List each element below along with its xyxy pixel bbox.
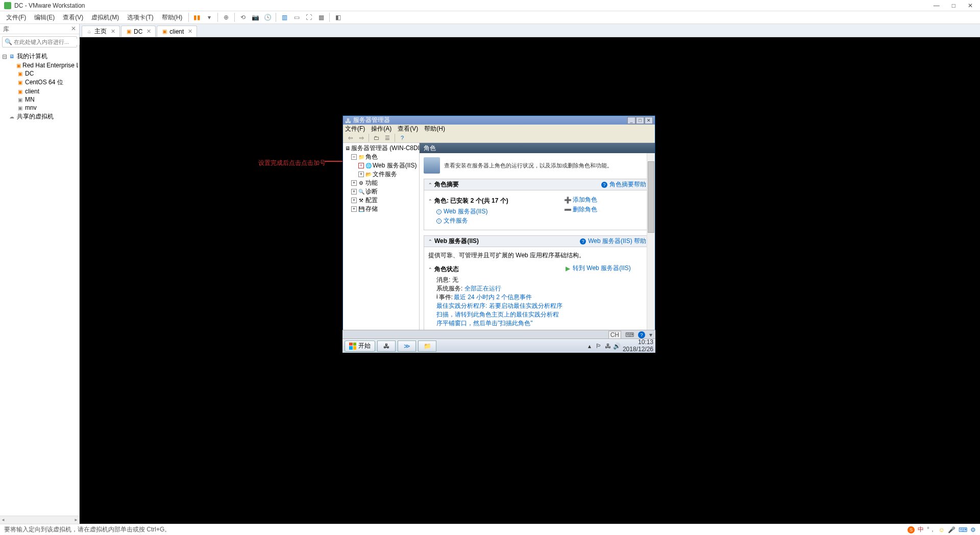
help-tray-icon[interactable]: ?: [638, 331, 645, 338]
taskbar-item-explorer[interactable]: 📁: [418, 341, 436, 352]
tab-close-button[interactable]: ✕: [188, 28, 192, 35]
snapshot-button[interactable]: ⟲: [237, 12, 249, 22]
tree-item-redhat[interactable]: ▣ Red Hat Enterprise L: [1, 61, 78, 69]
chevron-up-icon[interactable]: ⌃: [428, 199, 432, 204]
expand-icon[interactable]: +: [351, 198, 357, 203]
expand-icon[interactable]: +: [351, 206, 357, 212]
role-item-web-iis[interactable]: iWeb 服务器(IIS): [436, 207, 565, 216]
tree-item-centos[interactable]: ▣ CentOS 64 位: [1, 78, 78, 87]
sm-tree-filesvc[interactable]: + 📂 文件服务: [344, 170, 418, 179]
properties-button[interactable]: ☰: [382, 133, 393, 142]
role-item-file-service[interactable]: i文件服务: [436, 216, 565, 225]
lang-indicator[interactable]: CH: [608, 331, 621, 339]
sm-menu-action[interactable]: 操作(A): [371, 125, 391, 133]
menu-file[interactable]: 文件(F): [2, 13, 30, 22]
bp-link[interactable]: 最佳实践分析程序: 若要启动最佳实践分析程序扫描，请转到此角色主页上的最佳实践分…: [436, 302, 565, 328]
event-link[interactable]: 最近 24 小时内 2 个信息事件: [454, 293, 532, 302]
library-search[interactable]: 🔍 ▾: [2, 36, 77, 47]
sm-maximize-button[interactable]: □: [636, 117, 644, 124]
search-input[interactable]: [14, 39, 84, 45]
sm-tree-webiis[interactable]: + 🌐 Web 服务器(IIS): [344, 161, 418, 170]
web-help-link[interactable]: ?Web 服务器(IIS) 帮助: [580, 237, 646, 246]
taskbar-item-powershell[interactable]: ≫: [398, 341, 416, 352]
tree-root-shared[interactable]: ⊟ ☁ 共享的虚拟机: [1, 112, 78, 121]
sm-tree-config[interactable]: + ⚒ 配置: [344, 196, 418, 205]
sm-close-button[interactable]: ✕: [645, 117, 653, 124]
sm-menu-help[interactable]: 帮助(H): [424, 125, 445, 133]
tree-item-client[interactable]: ▣ client: [1, 87, 78, 95]
sm-tree-diagnostics[interactable]: + 🔍 诊断: [344, 187, 418, 196]
keyboard-icon[interactable]: ⌨: [625, 331, 634, 338]
network-icon[interactable]: 🖧: [604, 343, 611, 350]
remove-role-link[interactable]: ➖删除角色: [565, 205, 646, 214]
tray-arrow-icon[interactable]: ▴: [586, 343, 593, 350]
tab-close-button[interactable]: ✕: [146, 28, 151, 35]
console-view-button[interactable]: ▭: [291, 12, 302, 22]
library-close-button[interactable]: ✕: [71, 25, 76, 32]
scrollbar-thumb[interactable]: [648, 161, 654, 233]
menu-tabs[interactable]: 选项卡(T): [123, 13, 157, 22]
sm-content-vscrollbar[interactable]: [647, 153, 655, 342]
tab-home[interactable]: ⌂ 主页 ✕: [82, 26, 120, 37]
minimize-button[interactable]: —: [930, 2, 943, 9]
sm-tree-features[interactable]: + ⚙ 功能: [344, 179, 418, 187]
menu-view[interactable]: 查看(V): [59, 13, 87, 22]
menu-help[interactable]: 帮助(H): [158, 13, 187, 22]
sm-menu-file[interactable]: 文件(F): [345, 125, 365, 133]
ime-keyboard-icon[interactable]: ⌨: [959, 526, 967, 533]
ime-punct-icon[interactable]: °，: [927, 525, 936, 534]
chevron-up-icon[interactable]: ⌃: [428, 182, 432, 187]
chevron-up-icon[interactable]: ⌃: [428, 239, 432, 244]
clock[interactable]: 10:13 2018/12/26: [623, 339, 653, 352]
sm-titlebar[interactable]: 🖧 服务器管理器 _ □ ✕: [343, 116, 655, 125]
goto-web-link[interactable]: ▶转到 Web 服务器(IIS): [565, 264, 646, 273]
tree-root-mycomputer[interactable]: ⊟ 🖥 我的计算机: [1, 52, 78, 61]
dropdown-icon[interactable]: ▾: [204, 12, 215, 22]
taskbar-item-server-manager[interactable]: 🖧: [377, 341, 396, 352]
sm-minimize-button[interactable]: _: [627, 117, 635, 124]
ime-face-icon[interactable]: ☺: [939, 526, 945, 533]
add-role-link[interactable]: ➕添加角色: [565, 196, 646, 204]
sound-icon[interactable]: 🔊: [614, 343, 621, 350]
ime-lang-icon[interactable]: 中: [918, 525, 924, 534]
maximize-button[interactable]: □: [949, 2, 959, 9]
close-button[interactable]: ✕: [965, 2, 976, 9]
sm-tree-root[interactable]: 🖥 服务器管理器 (WIN-C8DD599EJC: [344, 144, 418, 153]
sm-tree-roles[interactable]: − 📁 角色: [344, 153, 418, 161]
ime-settings-icon[interactable]: ⚙: [970, 526, 976, 533]
sm-menu-view[interactable]: 查看(V): [398, 125, 418, 133]
tab-client[interactable]: ▣ client ✕: [157, 26, 197, 37]
library-toggle-button[interactable]: ◧: [332, 12, 344, 22]
chevron-up-icon[interactable]: ⌃: [428, 267, 432, 272]
sm-tree-storage[interactable]: + 💾 存储: [344, 205, 418, 213]
tree-item-mnv[interactable]: ▣ mnv: [1, 104, 78, 112]
vm-screen[interactable]: 设置完成后点击点击加号 🖧 服务器管理器 _ □ ✕ 文件(F) 操作(A) 查…: [80, 37, 980, 524]
library-hscrollbar[interactable]: [0, 516, 79, 524]
flag-icon[interactable]: 🏳: [595, 343, 602, 350]
menu-edit[interactable]: 编辑(E): [30, 13, 59, 22]
collapse-icon[interactable]: −: [351, 154, 357, 160]
fullscreen-button[interactable]: ⛶: [303, 12, 314, 22]
expand-icon[interactable]: +: [351, 180, 357, 186]
ime-mic-icon[interactable]: 🎤: [948, 526, 955, 533]
unity-button[interactable]: ▥: [279, 12, 290, 22]
expand-icon[interactable]: +: [351, 189, 357, 194]
tab-dc[interactable]: ▣ DC ✕: [121, 26, 156, 37]
refresh-button[interactable]: 🗀: [371, 133, 381, 142]
summary-help-link[interactable]: ?角色摘要帮助: [601, 180, 646, 189]
pause-button[interactable]: ▮▮: [191, 12, 203, 22]
forward-button[interactable]: ⇨: [356, 133, 366, 142]
snapshot-manage-button[interactable]: 🕓: [262, 12, 273, 22]
tray-arrow-icon[interactable]: ▾: [649, 331, 652, 338]
start-button[interactable]: 开始: [345, 341, 375, 352]
tree-item-dc[interactable]: ▣ DC: [1, 69, 78, 78]
svc-status-link[interactable]: 全部正在运行: [464, 285, 501, 292]
snapshot-take-button[interactable]: 📷: [250, 12, 261, 22]
multi-monitor-button[interactable]: ▦: [315, 12, 327, 22]
help-button[interactable]: ?: [397, 133, 407, 142]
expand-icon[interactable]: +: [358, 172, 364, 177]
expand-icon[interactable]: +: [358, 163, 364, 168]
sogou-ime-icon[interactable]: S: [908, 526, 915, 533]
back-button[interactable]: ⇦: [345, 133, 355, 142]
tree-item-mn[interactable]: ▣ MN: [1, 95, 78, 104]
